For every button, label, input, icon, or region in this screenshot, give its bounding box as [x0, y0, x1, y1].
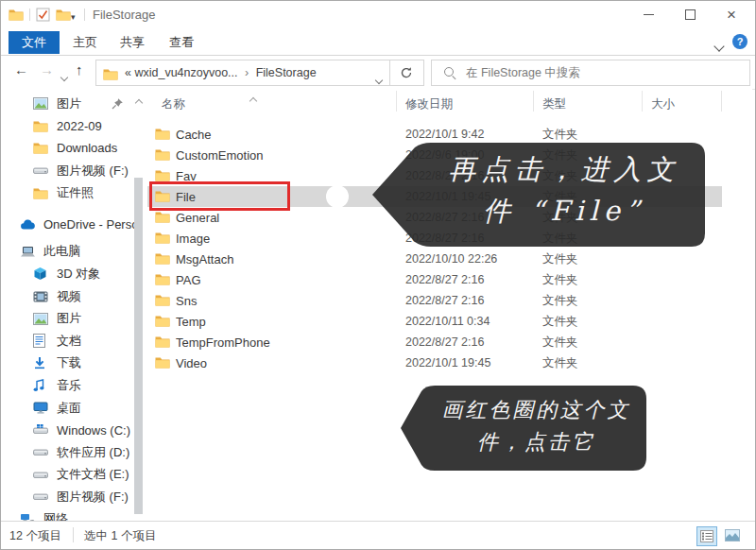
search-icon [443, 66, 456, 79]
maximize-button[interactable] [674, 1, 706, 28]
file-name[interactable]: Sns [176, 294, 197, 308]
address-folder-icon [103, 67, 118, 79]
column-header-size[interactable]: 大小 [651, 96, 675, 112]
sidebar-item-label: 图片 [57, 310, 81, 327]
breadcrumb-current[interactable]: FileStorage [256, 66, 317, 79]
refresh-button[interactable] [388, 60, 424, 86]
folder-icon [155, 148, 170, 162]
forward-icon[interactable]: → [40, 61, 54, 77]
minimize-button[interactable] [632, 1, 664, 28]
sidebar-item-16[interactable]: 文件文档 (E:) [1, 464, 145, 487]
sidebar-item-7[interactable]: 3D 对象 [1, 263, 145, 285]
file-name[interactable]: Video [176, 356, 207, 370]
callout-text-line: 件 “File” [421, 193, 707, 231]
sidebar-item-6[interactable]: 此电脑 [1, 241, 145, 264]
sidebar-item-4[interactable]: 证件照 [1, 181, 145, 204]
pin-icon [112, 97, 124, 110]
file-name[interactable]: Image [176, 232, 210, 246]
back-icon[interactable]: ← [14, 61, 28, 77]
file-name[interactable]: Temp [176, 315, 206, 329]
sidebar-item-11[interactable]: 下载 [1, 352, 145, 375]
breadcrumb-parent[interactable]: wxid_vu4nzoyvoo... [134, 66, 237, 79]
thumbnail-view-button[interactable] [723, 526, 742, 544]
scroll-up-icon[interactable] [136, 93, 142, 110]
scrollbar-thumb[interactable] [134, 178, 143, 514]
qat-dropdown-icon[interactable]: ▾ [71, 12, 76, 22]
tab-home[interactable]: 主页 [60, 31, 111, 54]
sidebar-item-3[interactable]: 图片视频 (F:) [1, 160, 145, 182]
sidebar-item-2[interactable]: Downloads [1, 137, 145, 160]
sidebar-item-label: Downloads [57, 141, 117, 155]
tab-view[interactable]: 查看 [156, 31, 207, 54]
sidebar-item-8[interactable]: 视频 [1, 285, 145, 308]
up-icon[interactable]: ↑ [76, 61, 83, 77]
doc-icon [33, 334, 49, 349]
file-name[interactable]: General [176, 211, 219, 225]
address-bar[interactable]: « wxid_vu4nzoyvoo... › FileStorage [95, 60, 390, 86]
sidebar-item-9[interactable]: 图片 [1, 307, 145, 330]
callout-text-line: 件，点击它 [424, 428, 648, 456]
sidebar-item-17[interactable]: 图片视频 (F:) [1, 486, 145, 508]
file-name[interactable]: Cache [176, 128, 212, 142]
column-divider[interactable] [721, 91, 722, 112]
address-dropdown-icon[interactable] [376, 70, 382, 87]
file-date-modified: 2022/8/27 2:16 [405, 335, 484, 349]
column-divider[interactable] [533, 91, 534, 112]
search-input[interactable] [464, 65, 749, 80]
file-row-PAG[interactable]: PAG 2022/8/27 2:16 文件夹 [145, 269, 752, 290]
sidebar-item-1[interactable]: 2022-09 [1, 115, 145, 138]
file-row-Temp[interactable]: Temp 2022/10/11 0:34 文件夹 [145, 311, 752, 332]
sidebar-item-12[interactable]: 音乐 [1, 374, 145, 397]
sidebar-item-14[interactable]: Windows (C:) [1, 419, 145, 441]
column-header-date[interactable]: 修改日期 [405, 96, 453, 112]
sidebar-item-0[interactable]: 图片 [1, 93, 145, 115]
file-row-TempFromPhone[interactable]: TempFromPhone 2022/8/27 2:16 文件夹 [145, 332, 752, 352]
file-name[interactable]: MsgAttach [176, 252, 233, 266]
folder-icon [155, 169, 170, 182]
file-type: 文件夹 [542, 335, 578, 351]
column-header-name[interactable]: 名称 [162, 96, 185, 112]
help-icon[interactable]: ? [732, 34, 747, 49]
sidebar-item-5[interactable]: OneDrive - Perso [1, 214, 145, 236]
file-name[interactable]: TempFromPhone [176, 335, 270, 350]
callout-text-line: 再点击，进入文 [421, 151, 707, 189]
properties-check-icon[interactable] [36, 8, 52, 22]
details-view-button[interactable] [696, 526, 717, 546]
drive-icon [33, 490, 49, 505]
new-folder-icon[interactable] [56, 8, 72, 22]
column-divider[interactable] [642, 91, 643, 112]
file-type: 文件夹 [542, 293, 578, 309]
sidebar-item-label: 3D 对象 [57, 266, 100, 283]
column-divider[interactable] [396, 91, 397, 112]
file-date-modified: 2022/10/10 22:26 [405, 252, 497, 266]
ribbon-tab-bar: 文件 主页 共享 查看 ? [1, 29, 755, 56]
close-button[interactable]: × [715, 1, 747, 28]
sidebar-item-label: 图片视频 (F:) [57, 489, 129, 506]
divider [84, 9, 85, 21]
sidebar-item-10[interactable]: 文档 [1, 330, 145, 352]
file-type: 文件夹 [542, 251, 578, 267]
breadcrumb[interactable]: « wxid_vu4nzoyvoo... › FileStorage [125, 66, 317, 79]
ribbon-collapse-icon[interactable] [715, 37, 725, 46]
column-header-type[interactable]: 类型 [542, 96, 566, 112]
sidebar-item-15[interactable]: 软件应用 (D:) [1, 441, 145, 464]
cube-icon [33, 266, 49, 282]
callout-enter-file: 再点击，进入文 件 “File” [351, 138, 710, 251]
sidebar-item-13[interactable]: 桌面 [1, 397, 145, 420]
tab-file[interactable]: 文件 [9, 31, 60, 54]
sidebar-scrollbar[interactable] [133, 89, 143, 524]
sidebar-item-label: OneDrive - Perso [43, 217, 138, 232]
search-box[interactable] [431, 60, 750, 86]
history-dropdown-icon[interactable] [61, 67, 67, 83]
file-row-Video[interactable]: Video 2022/10/1 19:45 文件夹 [145, 352, 752, 373]
file-row-Sns[interactable]: Sns 2022/8/27 2:16 文件夹 [145, 290, 752, 311]
picture-icon [33, 96, 49, 112]
tab-share[interactable]: 共享 [107, 31, 158, 54]
file-row-MsgAttach[interactable]: MsgAttach 2022/10/10 22:26 文件夹 [145, 249, 752, 269]
sidebar-item-label: 图片视频 (F:) [57, 163, 129, 180]
folder-icon [33, 141, 49, 156]
breadcrumb-prefix: « [125, 66, 131, 79]
divider [73, 527, 74, 542]
file-name[interactable]: PAG [176, 273, 201, 287]
file-name[interactable]: CustomEmotion [176, 148, 263, 163]
